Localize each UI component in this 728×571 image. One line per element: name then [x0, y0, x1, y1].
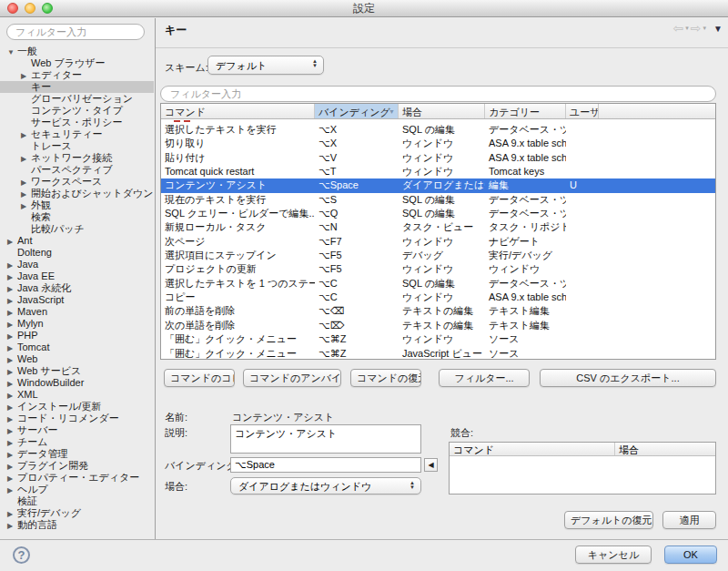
- key-binding-row[interactable]: 新規ローカル・タスク ⌥N タスク・ビュー タスク・リポジトリー: [161, 220, 715, 234]
- tree-item[interactable]: 検証: [0, 495, 154, 507]
- tree-item[interactable]: ▶Web: [0, 353, 154, 365]
- tree-item[interactable]: ▶プロパティー・エディター: [0, 472, 154, 484]
- column-header-binding[interactable]: バインディング ▼: [315, 104, 399, 118]
- key-binding-row[interactable]: コピー ⌥C ウィンドウ ASA 9.x table schem…: [161, 291, 715, 304]
- description-textarea[interactable]: コンテンツ・アシスト: [230, 424, 421, 454]
- tree-item[interactable]: パースペクティブ: [0, 164, 154, 176]
- tree-item[interactable]: グローバリゼーション: [0, 93, 154, 105]
- column-header-when[interactable]: 場合: [399, 104, 485, 118]
- scheme-select[interactable]: デフォルト ▲▼: [207, 56, 324, 75]
- tree-item[interactable]: Dolteng: [0, 247, 154, 259]
- tree-item[interactable]: ▶JavaScript: [0, 294, 154, 306]
- key-binding-row[interactable]: 前の単語を削除 ⌥⌫ テキストの編集 テキスト編集: [161, 304, 715, 318]
- tree-item[interactable]: ▶Ant: [0, 235, 154, 247]
- tree-item[interactable]: ▶Web サービス: [0, 365, 154, 377]
- command-filter-input[interactable]: [160, 86, 716, 102]
- when-select[interactable]: ダイアログまたはウィンドウ ▲▼: [230, 477, 421, 495]
- forward-menu-caret-icon[interactable]: ▾: [703, 25, 707, 32]
- key-binding-row[interactable]: 貼り付け ⌥V ウィンドウ ASA 9.x table schem…: [161, 151, 715, 165]
- tree-item[interactable]: キー: [0, 81, 154, 93]
- conflicts-column-when[interactable]: 場合: [615, 443, 715, 455]
- tree-item[interactable]: ▶エディター: [0, 69, 154, 81]
- tree-item[interactable]: 検索: [0, 211, 154, 223]
- key-binding-row[interactable]: Tomcat quick restart ⌥T ウィンドウ Tomcat key…: [161, 165, 715, 178]
- minimize-window-icon[interactable]: [25, 3, 35, 14]
- tree-item[interactable]: ▶Java 永続化: [0, 282, 154, 294]
- title-bar[interactable]: 設定: [0, 0, 728, 17]
- close-window-icon[interactable]: [7, 3, 18, 14]
- filters-button[interactable]: フィルター...: [439, 369, 530, 387]
- restore-defaults-button[interactable]: デフォルトの復元: [564, 511, 653, 529]
- back-menu-caret-icon[interactable]: ▾: [685, 25, 689, 32]
- tree-item-label: Java EE: [17, 270, 55, 281]
- key-binding-row[interactable]: 「囲む」クイック・メニュー ⌥⌘Z JavaScript ビュー ソース: [161, 347, 715, 361]
- copy-command-button[interactable]: コマンドのコピー: [164, 369, 235, 387]
- tree-item[interactable]: ▶ヘルプ: [0, 484, 154, 495]
- column-header-command[interactable]: コマンド: [161, 104, 315, 118]
- column-header-user[interactable]: ユーザー: [566, 104, 599, 118]
- key-binding-row[interactable]: 次ページ ⌥F7 ウィンドウ ナビゲート: [161, 235, 715, 249]
- export-csv-button[interactable]: CSV のエクスポート...: [540, 369, 716, 387]
- tree-item[interactable]: ▶Tomcat: [0, 342, 154, 353]
- key-binding-row[interactable]: 切り取り ⌥X ウィンドウ ASA 9.x table schem…: [161, 137, 715, 150]
- conflicts-table[interactable]: コマンド 場合: [449, 442, 716, 495]
- tree-item[interactable]: ▶セキュリティー: [0, 128, 154, 140]
- column-header-category[interactable]: カテゴリー: [485, 104, 566, 118]
- tree-item[interactable]: Web ブラウザー: [0, 57, 154, 69]
- tree-item[interactable]: ▶PHP: [0, 330, 154, 342]
- sidebar-filter-input[interactable]: [6, 24, 145, 40]
- tree-item[interactable]: ▶外観: [0, 199, 154, 211]
- cancel-button[interactable]: キャンセル: [575, 546, 652, 564]
- tree-item[interactable]: ▶XML: [0, 389, 154, 401]
- tree-item[interactable]: ▶サーバー: [0, 424, 154, 436]
- apply-button[interactable]: 適用: [662, 511, 716, 529]
- tree-item[interactable]: 比較/パッチ: [0, 223, 154, 235]
- help-icon[interactable]: ?: [13, 546, 30, 564]
- tree-item-label: コード・リコメンダー: [17, 413, 119, 423]
- restore-command-button[interactable]: コマンドの復元: [350, 369, 421, 387]
- key-binding-row[interactable]: 選択項目にステップイン ⌥F5 デバッグ 実行/デバッグ: [161, 249, 715, 262]
- stepper-icon: ▲▼: [410, 481, 415, 489]
- key-binding-row[interactable]: 現在のテキストを実行 ⌥S SQL の編集 データベース・ツール: [161, 193, 715, 207]
- binding-input[interactable]: [230, 457, 421, 473]
- tree-item[interactable]: ▶インストール/更新: [0, 401, 154, 413]
- key-binding-row[interactable]: 次の単語を削除 ⌥⌦ テキストの編集 テキスト編集: [161, 319, 715, 332]
- tree-item[interactable]: ▶Java EE: [0, 270, 154, 282]
- tree-item[interactable]: ▶実行/デバッグ: [0, 507, 154, 519]
- tree-item[interactable]: ▶ワークスペース: [0, 176, 154, 188]
- zoom-window-icon[interactable]: [42, 3, 53, 14]
- forward-icon[interactable]: ⇨: [691, 22, 702, 35]
- tree-item[interactable]: ▼一般: [0, 46, 154, 57]
- ok-button[interactable]: OK: [664, 546, 717, 564]
- tree-item[interactable]: ▶データ管理: [0, 448, 154, 460]
- conflicts-column-command[interactable]: コマンド: [450, 443, 615, 455]
- tree-item[interactable]: トレース: [0, 140, 154, 152]
- tree-item[interactable]: サービス・ポリシー: [0, 117, 154, 128]
- key-binding-row[interactable]: 選択したテキストを 1 つのステートメン… ⌥C SQL の編集 データベース・…: [161, 277, 715, 291]
- tree-item[interactable]: ▶コード・リコメンダー: [0, 413, 154, 424]
- tree-item[interactable]: ▶ネットワーク接続: [0, 152, 154, 164]
- binding-cycle-button[interactable]: ◀: [424, 458, 438, 472]
- cell-filler: [599, 249, 715, 262]
- key-binding-row[interactable]: 「囲む」クイック・メニュー ⌥⌘Z ウィンドウ ソース: [161, 332, 715, 346]
- key-binding-row[interactable]: 選択したテキストを実行 ⌥X SQL の編集 データベース・ツール: [161, 123, 715, 137]
- tree-item[interactable]: ▶プラグイン開発: [0, 460, 154, 472]
- tree-item[interactable]: ▶Java: [0, 259, 154, 270]
- tree-item[interactable]: コンテンツ・タイプ: [0, 105, 154, 117]
- cell-when: ウィンドウ: [399, 235, 485, 249]
- tree-item[interactable]: ▶Mylyn: [0, 318, 154, 330]
- tree-item[interactable]: ▶Maven: [0, 306, 154, 318]
- view-menu-icon[interactable]: ▼: [713, 24, 723, 34]
- back-icon[interactable]: ⇦: [673, 22, 684, 35]
- tree-item[interactable]: ▶チーム: [0, 436, 154, 448]
- tree-item[interactable]: ▶WindowBuilder: [0, 377, 154, 389]
- tree-arrow[interactable]: ▶: [7, 520, 17, 532]
- key-binding-row[interactable]: SQL クエリー・ビルダーで編集... ⌥Q SQL の編集 データベース・ツー…: [161, 207, 715, 220]
- key-binding-row[interactable]: プロジェクトの更新 ⌥F5 ウィンドウ ウィンドウ: [161, 262, 715, 276]
- tree-item[interactable]: ▶動的言語: [0, 519, 154, 531]
- key-binding-row[interactable]: コンテンツ・アシスト ⌥Space ダイアログまたはウィ… 編集 U: [161, 178, 715, 192]
- tree-arrow[interactable]: ▼: [7, 46, 17, 58]
- tree-item[interactable]: ▶開始およびシャットダウン: [0, 188, 154, 199]
- unbind-command-button[interactable]: コマンドのアンバインド: [243, 369, 341, 387]
- cell-user: [566, 193, 599, 207]
